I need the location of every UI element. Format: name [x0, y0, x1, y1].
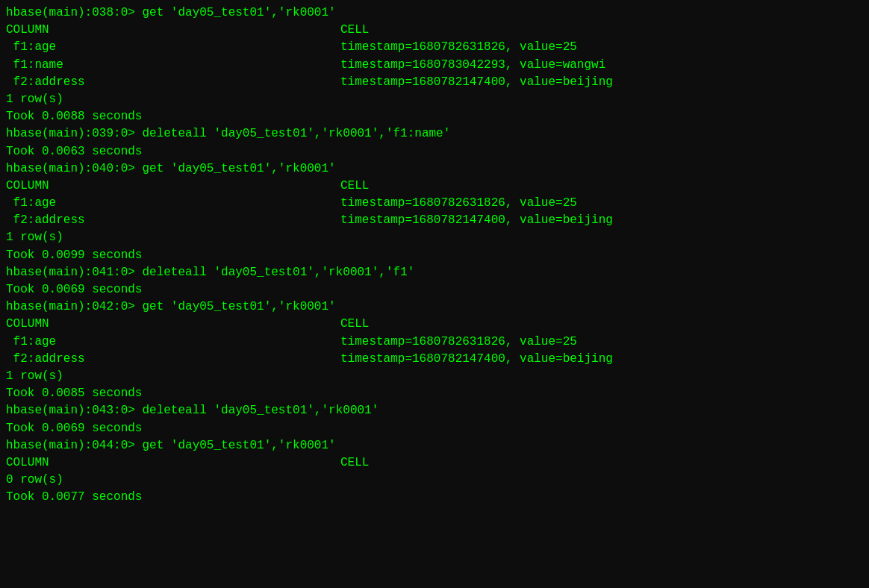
- terminal-line-25: hbase(main):044:0> get 'day05_test01','r…: [6, 437, 863, 454]
- column-header: COLUMN: [6, 22, 340, 39]
- column-header: COLUMN: [6, 316, 340, 333]
- terminal-line-13: 1 row(s): [6, 229, 863, 246]
- cell-header: CELL: [340, 179, 369, 193]
- terminal-line-14: Took 0.0099 seconds: [6, 247, 863, 264]
- terminal-window: hbase(main):038:0> get 'day05_test01','r…: [0, 0, 869, 588]
- terminal-line-1: COLUMNCELL: [6, 22, 863, 39]
- terminal-line-17: hbase(main):042:0> get 'day05_test01','r…: [6, 298, 863, 316]
- column-value: f1:age: [6, 195, 340, 212]
- terminal-line-27: 0 row(s): [6, 472, 863, 489]
- cell-value: timestamp=1680782147400, value=beijing: [340, 213, 613, 227]
- terminal-line-24: Took 0.0069 seconds: [6, 420, 863, 437]
- terminal-line-6: Took 0.0088 seconds: [6, 108, 863, 125]
- terminal-line-5: 1 row(s): [6, 91, 863, 108]
- terminal-line-26: COLUMNCELL: [6, 454, 863, 472]
- terminal-line-4: f2:addresstimestamp=1680782147400, value…: [6, 74, 863, 91]
- cell-value: timestamp=1680782147400, value=beijing: [340, 75, 613, 89]
- terminal-line-2: f1:agetimestamp=1680782631826, value=25: [6, 39, 863, 56]
- terminal-line-28: Took 0.0077 seconds: [6, 489, 863, 506]
- cell-value: timestamp=1680782631826, value=25: [340, 335, 577, 348]
- terminal-line-7: hbase(main):039:0> deleteall 'day05_test…: [6, 125, 863, 143]
- terminal-line-20: f2:addresstimestamp=1680782147400, value…: [6, 351, 863, 368]
- terminal-line-0: hbase(main):038:0> get 'day05_test01','r…: [6, 4, 863, 22]
- cell-value: timestamp=1680783042293, value=wangwi: [340, 58, 605, 72]
- column-value: f2:address: [6, 74, 340, 91]
- column-header: COLUMN: [6, 178, 340, 195]
- terminal-line-3: f1:nametimestamp=1680783042293, value=wa…: [6, 57, 863, 74]
- cell-header: CELL: [340, 23, 369, 37]
- cell-header: CELL: [340, 317, 369, 331]
- terminal-line-9: hbase(main):040:0> get 'day05_test01','r…: [6, 160, 863, 178]
- terminal-line-10: COLUMNCELL: [6, 178, 863, 195]
- cell-value: timestamp=1680782631826, value=25: [340, 40, 577, 54]
- terminal-line-19: f1:agetimestamp=1680782631826, value=25: [6, 334, 863, 351]
- cell-value: timestamp=1680782147400, value=beijing: [340, 352, 613, 366]
- terminal-line-16: Took 0.0069 seconds: [6, 281, 863, 298]
- terminal-line-23: hbase(main):043:0> deleteall 'day05_test…: [6, 402, 863, 419]
- cell-header: CELL: [340, 456, 369, 469]
- column-value: f2:address: [6, 212, 340, 229]
- column-value: f1:age: [6, 39, 340, 56]
- terminal-line-18: COLUMNCELL: [6, 316, 863, 333]
- terminal-line-11: f1:agetimestamp=1680782631826, value=25: [6, 195, 863, 212]
- column-value: f2:address: [6, 351, 340, 368]
- terminal-line-12: f2:addresstimestamp=1680782147400, value…: [6, 212, 863, 229]
- terminal-line-8: Took 0.0063 seconds: [6, 143, 863, 160]
- column-header: COLUMN: [6, 454, 340, 472]
- terminal-line-21: 1 row(s): [6, 368, 863, 385]
- cell-value: timestamp=1680782631826, value=25: [340, 196, 577, 210]
- column-value: f1:name: [6, 57, 340, 74]
- column-value: f1:age: [6, 334, 340, 351]
- terminal-line-22: Took 0.0085 seconds: [6, 385, 863, 402]
- terminal-line-15: hbase(main):041:0> deleteall 'day05_test…: [6, 264, 863, 281]
